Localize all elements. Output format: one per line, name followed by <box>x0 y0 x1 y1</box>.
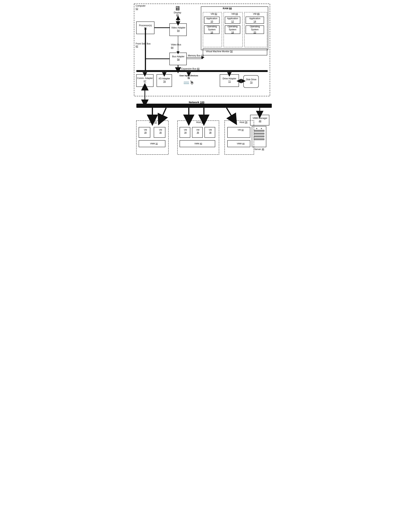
app12-box: Application 12 <box>225 17 240 24</box>
display-area: 🖥 Display 80 <box>170 5 185 17</box>
vm38-label: VM38 <box>206 128 215 134</box>
vmm50-label: Virtual Machine Monitor 50 <box>206 50 233 53</box>
vm82-label: VM 82 <box>205 13 222 16</box>
svg-rect-46 <box>254 139 264 140</box>
os18-box: Operating System 18 <box>225 25 240 34</box>
svg-rect-42 <box>252 126 266 147</box>
user-input-area: User Input Devices 81 ⌨️🖱 <box>178 75 199 86</box>
main-diagram: Computer 52 RAM 68 VM 82 Application 10 … <box>132 2 272 190</box>
host22-label: Host 22 <box>143 121 162 124</box>
vm36-label: VM36 <box>193 128 202 134</box>
svg-rect-31 <box>177 120 219 155</box>
io-adapter-label: I/O Adapter 78 <box>157 77 171 83</box>
computer-label: Computer 52 <box>136 5 146 10</box>
vm86-label: VM 86 <box>247 13 266 16</box>
comm-adapter-label: Comm. Adapter 67 <box>137 77 153 83</box>
svg-rect-30 <box>136 120 169 155</box>
svg-point-47 <box>256 128 257 129</box>
vmm40-label: VMM 40 <box>185 142 211 145</box>
app14-box: Application 14 <box>246 17 264 24</box>
expansion-bus-label: Expansion Bus 60 <box>181 68 200 70</box>
memory-bus-label: Memory Bus 66 <box>188 54 204 57</box>
svg-rect-29 <box>136 104 272 108</box>
server-label: Server 46 <box>252 148 266 151</box>
svg-point-48 <box>261 128 262 129</box>
bus-adapter-label: Bus Adapter 58 <box>170 55 186 61</box>
svg-line-54 <box>227 108 234 120</box>
svg-rect-32 <box>225 120 254 155</box>
host24-label: Host 24 <box>189 121 211 124</box>
svg-line-51 <box>161 108 166 120</box>
vm34-label: VM34 <box>181 128 190 134</box>
vm28-label: VM28 <box>141 128 150 134</box>
network-label: Network 100 <box>189 101 204 104</box>
video-adapter-label: Video Adapter 54 <box>170 26 186 32</box>
vm42-label: VM 42 <box>230 128 251 131</box>
vmm44-label: VMM 44 <box>230 142 251 145</box>
vmm32-label: VMM 32 <box>143 142 164 145</box>
os20-box: Operating System 20 <box>246 25 264 34</box>
svg-rect-44 <box>254 133 264 134</box>
ram-label: RAM 68 <box>223 7 232 10</box>
app10-box: Application 10 <box>204 17 220 24</box>
svg-rect-45 <box>254 136 264 137</box>
os16-box: Operating System 16 <box>204 25 220 34</box>
svg-rect-43 <box>254 130 264 132</box>
front-side-bus-label: Front Side Bus 62 <box>136 42 150 48</box>
disk-drive-label: Disk Drive 70 <box>244 78 258 84</box>
video-bus-label: Video Bus 64 <box>171 43 181 49</box>
vmm-manager-label: VMM Manager 48 <box>251 117 269 123</box>
vm84-label: VM 84 <box>226 13 243 16</box>
vm30-label: VM30 <box>156 128 165 134</box>
drive-adapter-label: Drive Adapter 72 <box>221 77 238 83</box>
processor-label: Processor(s) 56 <box>137 24 154 30</box>
